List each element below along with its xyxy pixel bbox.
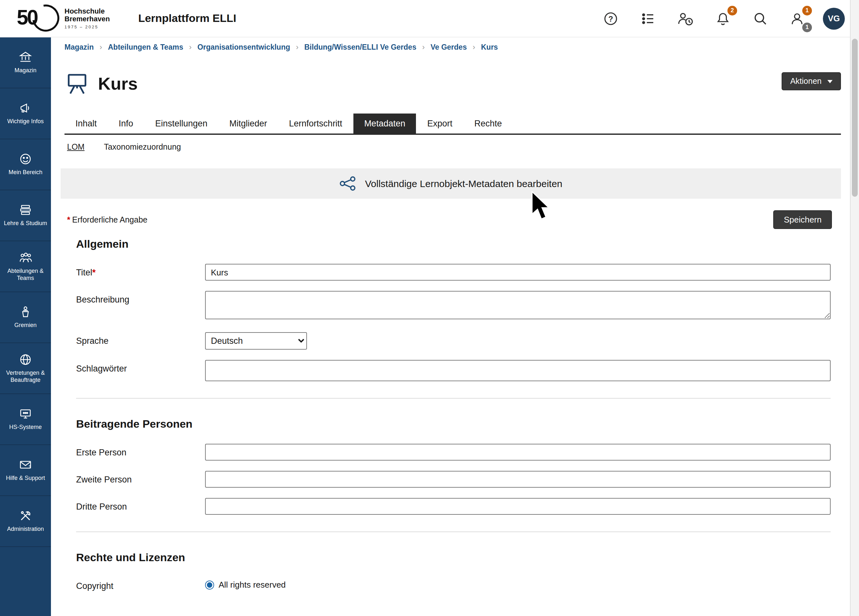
- tab-metadaten[interactable]: Metadaten: [353, 114, 416, 133]
- tab-info[interactable]: Info: [108, 114, 144, 133]
- breadcrumb-item-magazin[interactable]: Magazin: [64, 43, 94, 51]
- actions-button[interactable]: Aktionen: [782, 72, 841, 90]
- page-title: Kurs: [98, 74, 138, 94]
- tab-lernfortschritt[interactable]: Lernfortschritt: [278, 114, 353, 133]
- svg-text:?: ?: [29, 465, 31, 469]
- erste-person-control: [205, 444, 831, 461]
- svg-text:?: ?: [608, 14, 613, 23]
- erste-person-input[interactable]: [205, 444, 831, 461]
- sidebar-item-label: Hilfe & Support: [6, 475, 45, 483]
- schlagwoerter-input[interactable]: [205, 360, 831, 381]
- section-heading-beitragende: Beitragende Personen: [76, 418, 831, 431]
- sprache-select[interactable]: Deutsch: [205, 332, 307, 350]
- form-row-beschreibung: Beschreibung: [76, 291, 831, 322]
- sidebar-item-lehre-studium[interactable]: Lehre & Studium: [0, 190, 51, 241]
- copyright-radio-row: All rights reserved: [205, 577, 831, 589]
- section-divider: [76, 532, 831, 532]
- megaphone-icon: [19, 102, 32, 115]
- sidebar-item-vertretungen[interactable]: Vertretungen & Beauftragte: [0, 343, 51, 394]
- sidebar-item-hs-systeme[interactable]: HS-Systeme: [0, 394, 51, 445]
- search-button[interactable]: [750, 8, 771, 29]
- tab-export[interactable]: Export: [416, 114, 463, 133]
- notifications-badge: 2: [728, 5, 737, 15]
- form-row-zweite-person: Zweite Person: [76, 471, 831, 488]
- breadcrumb-item-ve-gerdes[interactable]: Ve Gerdes: [431, 43, 467, 51]
- breadcrumb-item-organisationsentwicklung[interactable]: Organisationsentwicklung: [197, 43, 290, 51]
- copyright-label: Copyright: [76, 577, 205, 591]
- zweite-person-control: [205, 471, 831, 488]
- titel-required-asterisk: *: [92, 268, 96, 277]
- bank-icon: [19, 51, 32, 64]
- last-visited-button[interactable]: [675, 8, 697, 29]
- page: 50 Hochschule Bremerhaven 1975 – 2025 Le…: [0, 0, 859, 616]
- smiley-icon: [19, 153, 32, 166]
- books-icon: [19, 203, 32, 217]
- user-clock-icon: [677, 11, 694, 26]
- form-row-erste-person: Erste Person: [76, 444, 831, 461]
- university-logo[interactable]: 50 Hochschule Bremerhaven 1975 – 2025: [17, 4, 110, 33]
- beschreibung-textarea[interactable]: [205, 291, 831, 319]
- sidebar-item-label: Lehre & Studium: [4, 220, 47, 228]
- top-header: 50 Hochschule Bremerhaven 1975 – 2025 Le…: [0, 0, 850, 38]
- tab-inhalt[interactable]: Inhalt: [64, 114, 108, 133]
- edit-full-metadata-banner[interactable]: Vollständige Lernobjekt-Metadaten bearbe…: [61, 168, 841, 199]
- sidebar-item-wichtige-infos[interactable]: Wichtige Infos: [0, 88, 51, 139]
- sidebar-item-abteilungen-teams[interactable]: Abteilungen & Teams: [0, 241, 51, 292]
- breadcrumb-item-abteilungen[interactable]: Abteilungen & Teams: [108, 43, 183, 51]
- sidebar-item-label: Vertretungen & Beauftragte: [2, 370, 49, 384]
- toc-button[interactable]: [637, 8, 659, 29]
- avatar[interactable]: VG: [823, 8, 845, 29]
- sidebar-item-administration[interactable]: Administration: [0, 496, 51, 547]
- schlagwoerter-label: Schlagwörter: [76, 360, 205, 374]
- globe-icon: [19, 353, 32, 366]
- caret-down-icon: [828, 80, 832, 83]
- metadata-form: Allgemein Titel* Beschreibung Sprache: [76, 238, 831, 591]
- sidebar-item-gremien[interactable]: Gremien: [0, 292, 51, 343]
- sprache-label: Sprache: [76, 332, 205, 346]
- scrollbar-thumb[interactable]: [852, 39, 858, 197]
- required-hint-text: Erforderliche Angabe: [72, 215, 148, 224]
- zweite-person-input[interactable]: [205, 471, 831, 488]
- titel-label-text: Titel: [76, 268, 92, 277]
- sidebar-item-label: Abteilungen & Teams: [2, 268, 49, 282]
- breadcrumb-item-bildung-wissen[interactable]: Bildung/Wissen/ELLI Ve Gerdes: [305, 43, 416, 51]
- subtab-lom[interactable]: LOM: [67, 142, 84, 152]
- section-heading-rechte: Rechte und Lizenzen: [76, 552, 831, 564]
- subtab-taxonomiezuordnung[interactable]: Taxonomiezuordnung: [104, 142, 181, 152]
- logo-50-mark: 50: [17, 4, 54, 33]
- sidebar-item-label: Gremien: [14, 322, 36, 330]
- tab-mitglieder[interactable]: Mitglieder: [218, 114, 278, 133]
- sidebar-item-hilfe-support[interactable]: ? Hilfe & Support: [0, 445, 51, 496]
- zweite-person-label: Zweite Person: [76, 471, 205, 485]
- vertical-scrollbar[interactable]: [850, 0, 859, 616]
- sidebar-item-label: Magazin: [14, 67, 36, 75]
- people-icon: [19, 251, 33, 264]
- copyright-option-label: All rights reserved: [219, 580, 286, 589]
- required-save-row: *Erforderliche Angabe Speichern: [67, 210, 832, 229]
- tab-rechte[interactable]: Rechte: [463, 114, 513, 133]
- section-heading-allgemein: Allgemein: [76, 238, 831, 251]
- notifications-button[interactable]: 2: [712, 8, 734, 29]
- sidebar-item-label: Wichtige Infos: [7, 118, 44, 126]
- copyright-radio[interactable]: [205, 580, 214, 589]
- contacts-badge-new: 1: [802, 5, 812, 15]
- breadcrumb-item-kurs[interactable]: Kurs: [481, 43, 498, 51]
- save-button[interactable]: Speichern: [773, 210, 832, 229]
- dritte-person-input[interactable]: [205, 498, 831, 515]
- tab-einstellungen[interactable]: Einstellungen: [144, 114, 218, 133]
- logo-years: 1975 – 2025: [64, 25, 110, 29]
- sidebar-item-mein-bereich[interactable]: Mein Bereich: [0, 139, 51, 190]
- contacts-button[interactable]: 1 1: [787, 8, 809, 29]
- titel-input[interactable]: [205, 264, 831, 281]
- erste-person-label: Erste Person: [76, 444, 205, 457]
- share-nodes-icon: [339, 176, 357, 191]
- breadcrumb-separator: ›: [189, 42, 192, 52]
- banner-label: Vollständige Lernobjekt-Metadaten bearbe…: [365, 178, 562, 189]
- logo-name-line1: Hochschule: [64, 8, 110, 16]
- podium-icon: [19, 305, 32, 319]
- sprache-control: Deutsch: [205, 332, 831, 350]
- main-sidebar: Magazin Wichtige Infos Mein Bereich Lehr…: [0, 38, 51, 616]
- help-button[interactable]: ?: [600, 8, 622, 29]
- form-row-dritte-person: Dritte Person: [76, 498, 831, 515]
- sidebar-item-magazin[interactable]: Magazin: [0, 38, 51, 88]
